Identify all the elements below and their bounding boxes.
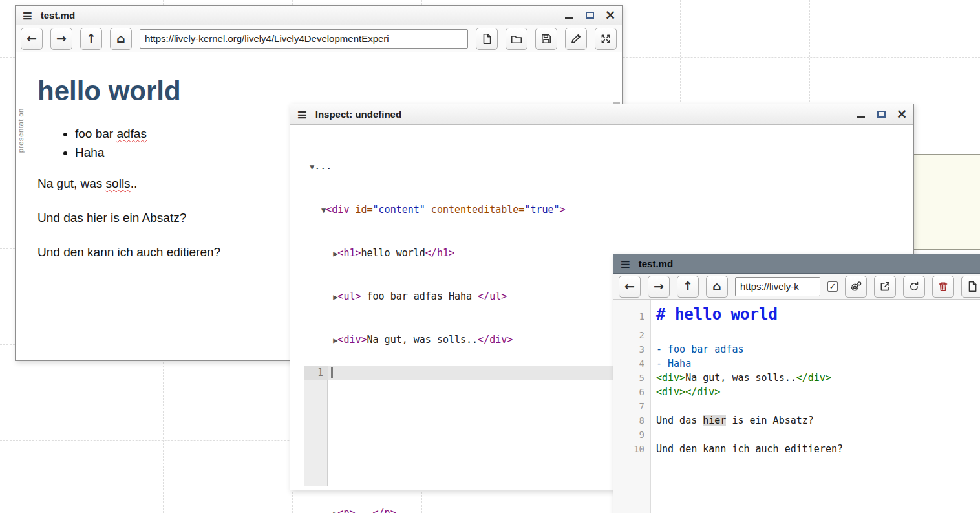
window-controls: × xyxy=(855,109,907,120)
new-file-icon xyxy=(481,33,493,45)
line-number: 2 xyxy=(613,328,651,342)
new-file-button[interactable] xyxy=(476,28,498,50)
forward-icon: → xyxy=(56,32,67,45)
url-input[interactable] xyxy=(140,29,468,49)
line-content: - foo bar adfas xyxy=(651,342,743,356)
maximize-button[interactable] xyxy=(876,109,886,120)
line-number: 7 xyxy=(613,399,651,413)
editor-line[interactable]: 4- Haha xyxy=(613,356,980,371)
up-icon: ↑ xyxy=(683,280,693,292)
window-title: Inspect: undefined xyxy=(315,109,401,120)
delete-button[interactable] xyxy=(932,276,954,298)
editor-line[interactable]: 9 xyxy=(613,428,980,442)
editor-line[interactable]: 2 xyxy=(613,328,980,342)
minimize-button[interactable] xyxy=(564,10,574,21)
home-icon: ⌂ xyxy=(116,32,125,45)
forward-icon: → xyxy=(654,280,664,292)
home-button[interactable]: ⌂ xyxy=(110,28,132,50)
list-item-text: Haha xyxy=(75,146,104,159)
up-button[interactable]: ↑ xyxy=(677,276,699,298)
back-button[interactable]: ← xyxy=(21,28,43,50)
editor-gutter xyxy=(304,366,328,486)
window-title: test.md xyxy=(41,10,75,21)
navigation-toolbar: ← → ↑ ⌂ xyxy=(16,25,622,52)
presentation-label: presentation xyxy=(17,108,25,153)
back-button[interactable]: ← xyxy=(619,276,641,298)
line-number: 6 xyxy=(613,385,651,399)
paragraph-text: .. xyxy=(131,177,138,190)
misspelled-word: solls xyxy=(106,177,131,190)
line-number: 3 xyxy=(613,342,651,356)
forward-button[interactable]: → xyxy=(50,28,72,50)
close-button[interactable]: × xyxy=(897,109,907,120)
menu-icon[interactable]: ≡ xyxy=(620,257,631,270)
save-button[interactable] xyxy=(535,28,557,50)
page-title: hello world xyxy=(37,76,596,107)
pencil-icon xyxy=(570,33,582,45)
editor-line[interactable]: 3- foo bar adfas xyxy=(613,342,980,356)
titlebar[interactable]: ≡ test.md × xyxy=(16,6,622,25)
edit-button[interactable] xyxy=(565,28,587,50)
editor-line[interactable]: 10Und den kann ich auch editieren? xyxy=(613,442,980,456)
line-content: # hello world xyxy=(651,303,778,328)
line-number: 9 xyxy=(613,428,651,442)
titlebar[interactable]: ≡ test.md xyxy=(613,254,980,274)
line-content: Und den kann ich auch editieren? xyxy=(651,442,843,456)
forward-button[interactable]: → xyxy=(648,276,670,298)
folder-button[interactable] xyxy=(506,28,527,50)
misspelled-word: adfas xyxy=(116,127,146,140)
home-button[interactable]: ⌂ xyxy=(706,276,728,298)
minimize-icon xyxy=(565,17,573,19)
editor-line[interactable]: 6<div></div> xyxy=(613,385,980,399)
line-content: <div>Na gut, was solls..</div> xyxy=(651,371,831,385)
new-file-button[interactable] xyxy=(961,276,980,298)
minimize-icon xyxy=(857,116,865,118)
reload-button[interactable] xyxy=(903,276,925,298)
titlebar[interactable]: ≡ Inspect: undefined × xyxy=(290,104,913,125)
window-title: test.md xyxy=(639,258,673,269)
text-cursor xyxy=(331,367,333,378)
menu-icon[interactable]: ≡ xyxy=(22,9,33,22)
home-icon: ⌂ xyxy=(712,280,721,292)
navigation-toolbar: ← → ↑ ⌂ ✓ xyxy=(613,274,980,300)
settings-button[interactable] xyxy=(845,276,867,298)
maximize-button[interactable] xyxy=(584,10,595,21)
editor-line[interactable]: 8Und das hier is ein Absatz? xyxy=(613,413,980,428)
open-external-button[interactable] xyxy=(874,276,896,298)
line-number: 8 xyxy=(613,413,651,428)
tree-node[interactable]: ▼... xyxy=(310,159,913,174)
close-button[interactable]: × xyxy=(605,10,615,21)
list-item-text: foo bar xyxy=(75,127,116,140)
window-markdown-editor: ≡ test.md ← → ↑ ⌂ ✓ xyxy=(613,254,980,513)
line-content: - Haha xyxy=(651,356,691,371)
maximize-icon xyxy=(586,12,594,19)
url-input[interactable] xyxy=(735,277,820,296)
toolbar-checkbox[interactable]: ✓ xyxy=(827,281,838,292)
line-number: 4 xyxy=(613,356,651,371)
paragraph-text: Na gut, was xyxy=(37,177,106,190)
line-number: 5 xyxy=(613,371,651,385)
menu-icon[interactable]: ≡ xyxy=(297,108,308,121)
new-file-icon xyxy=(966,281,978,292)
refresh-icon xyxy=(908,281,920,292)
editor-line[interactable]: 7 xyxy=(613,399,980,413)
gears-icon xyxy=(850,281,862,292)
expand-icon xyxy=(600,33,612,45)
save-icon xyxy=(540,33,552,45)
fullscreen-button[interactable] xyxy=(595,28,617,50)
line-content: <div></div> xyxy=(651,385,720,399)
back-icon: ← xyxy=(624,280,635,292)
maximize-icon xyxy=(877,111,886,118)
external-link-icon xyxy=(879,281,891,292)
window-controls: × xyxy=(564,10,615,21)
minimize-button[interactable] xyxy=(855,109,866,120)
tree-node[interactable]: ▼<div id="content" contenteditable="true… xyxy=(310,202,913,217)
editor-line[interactable]: 1# hello world xyxy=(613,303,980,328)
back-icon: ← xyxy=(27,32,37,45)
source-editor[interactable]: 1# hello world 2 3- foo bar adfas 4- Hah… xyxy=(613,300,980,513)
trash-icon xyxy=(937,281,949,292)
editor-line[interactable]: 5<div>Na gut, was solls..</div> xyxy=(613,371,980,385)
up-button[interactable]: ↑ xyxy=(80,28,102,50)
line-number: 1 xyxy=(304,366,328,380)
line-number: 10 xyxy=(613,442,651,456)
